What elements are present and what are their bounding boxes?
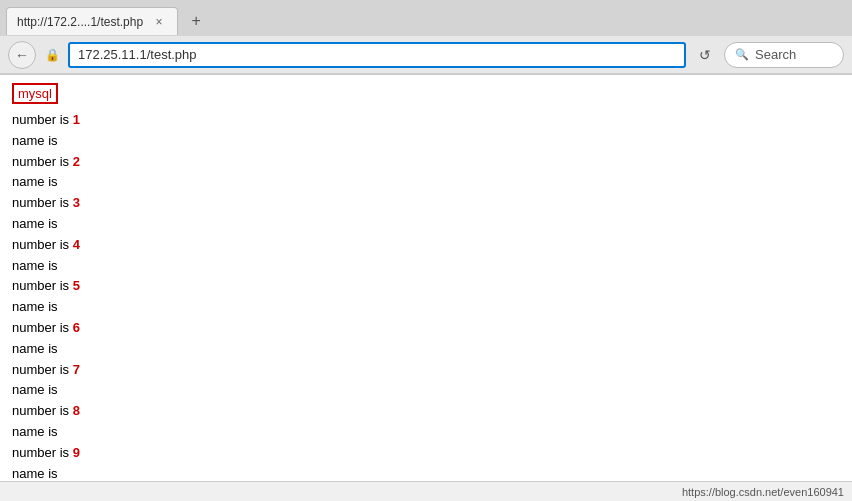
list-item: name is <box>12 297 840 318</box>
name-label: name is <box>12 216 58 231</box>
info-icon[interactable]: 🔒 <box>42 45 62 65</box>
list-item: number is 1 <box>12 110 840 131</box>
list-item: number is 4 <box>12 235 840 256</box>
name-label: name is <box>12 174 58 189</box>
number-label: number is <box>12 362 73 377</box>
navigation-bar: ← 🔒 172.25.11.1/test.php ↺ 🔍 Search <box>0 36 852 74</box>
list-item: name is <box>12 256 840 277</box>
address-text: 172.25.11.1/test.php <box>78 47 197 62</box>
name-label: name is <box>12 258 58 273</box>
name-label: name is <box>12 466 58 481</box>
number-value: 4 <box>73 237 80 252</box>
list-item: number is 3 <box>12 193 840 214</box>
number-value: 3 <box>73 195 80 210</box>
name-label: name is <box>12 341 58 356</box>
list-item: number is 6 <box>12 318 840 339</box>
number-value: 2 <box>73 154 80 169</box>
list-item: number is 7 <box>12 360 840 381</box>
list-item: name is <box>12 172 840 193</box>
tab-close-button[interactable]: × <box>151 14 167 30</box>
list-item: name is <box>12 380 840 401</box>
number-value: 8 <box>73 403 80 418</box>
list-item: name is <box>12 422 840 443</box>
reload-button[interactable]: ↺ <box>692 42 718 68</box>
number-label: number is <box>12 278 73 293</box>
tab-title: http://172.2....1/test.php <box>17 15 143 29</box>
page-content: mysql number is 1name isnumber is 2name … <box>0 75 852 482</box>
mysql-badge: mysql <box>12 83 58 104</box>
tab-bar: http://172.2....1/test.php × + <box>0 0 852 36</box>
number-label: number is <box>12 195 73 210</box>
name-label: name is <box>12 382 58 397</box>
new-tab-button[interactable]: + <box>184 9 208 33</box>
status-bar: https://blog.csdn.net/even160941 <box>0 481 852 501</box>
list-item: number is 5 <box>12 276 840 297</box>
list-item: name is <box>12 131 840 152</box>
list-item: name is <box>12 339 840 360</box>
list-item: number is 8 <box>12 401 840 422</box>
list-item: number is 2 <box>12 152 840 173</box>
list-item: name is <box>12 464 840 482</box>
name-label: name is <box>12 299 58 314</box>
number-label: number is <box>12 112 73 127</box>
name-label: name is <box>12 133 58 148</box>
active-tab[interactable]: http://172.2....1/test.php × <box>6 7 178 35</box>
back-button[interactable]: ← <box>8 41 36 69</box>
name-label: name is <box>12 424 58 439</box>
address-bar[interactable]: 172.25.11.1/test.php <box>68 42 686 68</box>
number-label: number is <box>12 237 73 252</box>
number-value: 9 <box>73 445 80 460</box>
status-url: https://blog.csdn.net/even160941 <box>682 486 844 498</box>
number-label: number is <box>12 154 73 169</box>
number-value: 1 <box>73 112 80 127</box>
number-value: 5 <box>73 278 80 293</box>
search-icon: 🔍 <box>735 48 749 61</box>
number-value: 7 <box>73 362 80 377</box>
number-label: number is <box>12 320 73 335</box>
list-item: number is 9 <box>12 443 840 464</box>
number-value: 6 <box>73 320 80 335</box>
number-label: number is <box>12 445 73 460</box>
search-placeholder: Search <box>755 47 796 62</box>
list-item: name is <box>12 214 840 235</box>
number-label: number is <box>12 403 73 418</box>
search-bar[interactable]: 🔍 Search <box>724 42 844 68</box>
